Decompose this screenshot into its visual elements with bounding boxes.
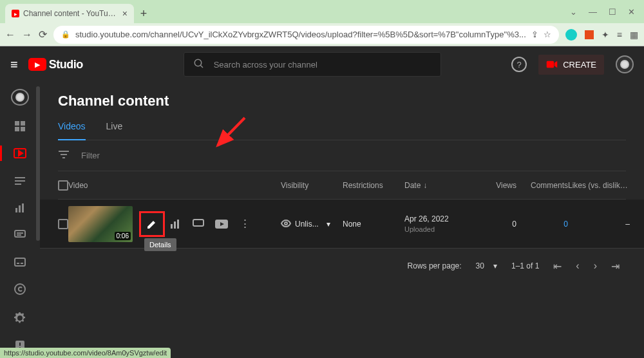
rows-per-page-select[interactable]: 30 ▾ <box>476 261 497 270</box>
sidebar-item-settings[interactable] <box>0 305 40 331</box>
maximize-icon[interactable]: ☐ <box>609 7 616 17</box>
create-camera-icon <box>546 60 558 69</box>
extension-icon-1[interactable] <box>565 29 577 41</box>
svg-line-1 <box>200 65 203 68</box>
sidebar-item-subtitles[interactable] <box>0 249 40 275</box>
filter-input[interactable]: Filter <box>81 151 100 160</box>
svg-rect-7 <box>21 127 25 131</box>
sidebar-item-content[interactable] <box>0 140 40 166</box>
tab-videos[interactable]: Videos <box>58 121 86 140</box>
extension-icons: ✦ ≡ ▦ ⋮ <box>565 28 644 41</box>
more-options-button[interactable]: ⋮ <box>233 212 256 236</box>
svg-rect-15 <box>22 203 24 212</box>
svg-rect-6 <box>15 127 19 131</box>
search-placeholder: Search across your channel <box>214 60 317 70</box>
svg-rect-4 <box>15 121 19 126</box>
select-all-checkbox[interactable] <box>58 180 68 191</box>
user-avatar[interactable] <box>616 55 634 73</box>
create-label: CREATE <box>563 60 596 70</box>
browser-toolbar: ← → ⟳ 🔒 studio.youtube.com/channel/UCvY_… <box>0 23 644 46</box>
browser-titlebar: Channel content - YouTube Studi × + ⌄ — … <box>0 0 644 23</box>
next-page-button[interactable]: › <box>594 260 597 272</box>
tab-title: Channel content - YouTube Studi <box>23 9 118 18</box>
close-tab-icon[interactable]: × <box>122 8 128 19</box>
studio-logo[interactable]: ▶ Studio <box>28 58 83 71</box>
row-likes: – <box>568 220 632 229</box>
sidebar-item-analytics[interactable] <box>0 195 40 221</box>
search-input[interactable]: Search across your channel <box>184 52 441 77</box>
sidebar <box>0 82 40 358</box>
minimize-icon[interactable]: — <box>589 7 597 17</box>
svg-rect-31 <box>177 220 179 229</box>
svg-rect-5 <box>21 121 25 126</box>
tab-live[interactable]: Live <box>106 121 123 140</box>
svg-rect-14 <box>19 205 21 212</box>
youtube-link-button[interactable] <box>210 212 233 236</box>
sidebar-item-comments[interactable] <box>0 222 40 248</box>
sidebar-item-playlists[interactable] <box>0 167 40 193</box>
svg-rect-32 <box>193 220 204 226</box>
row-date: Apr 26, 2022 Uploaded <box>404 214 475 233</box>
content-tabs: Videos Live <box>58 121 626 140</box>
window-controls: ⌄ — ☐ ✕ <box>570 7 644 23</box>
svg-marker-9 <box>19 151 23 156</box>
row-comments[interactable]: 0 <box>516 220 568 229</box>
comments-button[interactable] <box>187 212 210 236</box>
studio-header: ≡ ▶ Studio Search across your channel ? … <box>0 46 644 82</box>
column-likes[interactable]: Likes (vs. dislike... <box>568 181 632 190</box>
first-page-button[interactable]: ⇤ <box>553 260 562 272</box>
browser-tab[interactable]: Channel content - YouTube Studi × <box>5 4 134 23</box>
svg-point-35 <box>285 222 287 225</box>
new-tab-button[interactable]: + <box>134 4 153 23</box>
svg-point-22 <box>15 284 25 294</box>
column-views[interactable]: Views <box>475 181 516 190</box>
row-views: 0 <box>475 220 516 229</box>
svg-marker-3 <box>554 61 558 68</box>
back-button[interactable]: ← <box>5 29 15 41</box>
youtube-favicon <box>12 10 19 17</box>
create-button[interactable]: CREATE <box>538 55 604 75</box>
dropdown-icon: ▾ <box>327 220 330 229</box>
video-thumbnail[interactable]: 0:06 <box>68 206 133 242</box>
chevron-down-icon[interactable]: ⌄ <box>570 7 577 17</box>
row-visibility[interactable]: Unlis... ▾ <box>281 218 343 229</box>
last-page-button[interactable]: ⇥ <box>611 260 620 272</box>
edit-details-button[interactable] <box>140 212 164 236</box>
video-duration: 0:06 <box>115 232 131 240</box>
sidebar-item-copyright[interactable] <box>0 276 40 302</box>
column-video[interactable]: Video <box>68 181 281 190</box>
playlist-icon[interactable]: ≡ <box>617 30 622 40</box>
grid-icon[interactable]: ▦ <box>630 30 638 40</box>
close-window-icon[interactable]: ✕ <box>628 7 635 17</box>
analytics-button[interactable] <box>164 212 187 236</box>
filter-row: Filter <box>58 140 626 171</box>
lock-icon: 🔒 <box>61 30 70 39</box>
star-icon[interactable]: ☆ <box>544 30 551 39</box>
sidebar-item-dashboard[interactable] <box>0 113 40 139</box>
page-title: Channel content <box>58 93 626 109</box>
prev-page-button[interactable]: ‹ <box>576 260 579 272</box>
svg-point-0 <box>194 59 202 66</box>
row-restrictions: None <box>343 220 404 229</box>
row-checkbox[interactable] <box>58 219 68 229</box>
help-icon[interactable]: ? <box>511 57 527 72</box>
share-icon[interactable]: ⇪ <box>531 30 538 39</box>
rows-per-page-label: Rows per page: <box>408 261 462 270</box>
svg-rect-29 <box>171 224 173 229</box>
forward-button[interactable]: → <box>22 29 32 41</box>
svg-rect-19 <box>15 258 25 266</box>
tooltip-details: Details <box>144 238 176 251</box>
column-date[interactable]: Date↓ <box>404 181 475 190</box>
sidebar-channel-avatar[interactable] <box>11 89 29 106</box>
search-icon <box>193 58 205 71</box>
puzzle-icon[interactable]: ✦ <box>601 30 609 40</box>
reload-button[interactable]: ⟳ <box>39 28 47 41</box>
extension-icon-2[interactable] <box>585 30 594 39</box>
column-visibility[interactable]: Visibility <box>281 181 343 190</box>
table-row[interactable]: 0:06 ⋮ Details Unlis... <box>40 200 644 249</box>
url-bar[interactable]: 🔒 studio.youtube.com/channel/UCvY_ilCkXo… <box>53 26 559 44</box>
column-restrictions[interactable]: Restrictions <box>343 181 404 190</box>
hamburger-icon[interactable]: ≡ <box>10 57 18 72</box>
column-comments[interactable]: Comments <box>516 181 568 190</box>
filter-icon[interactable] <box>58 149 70 162</box>
